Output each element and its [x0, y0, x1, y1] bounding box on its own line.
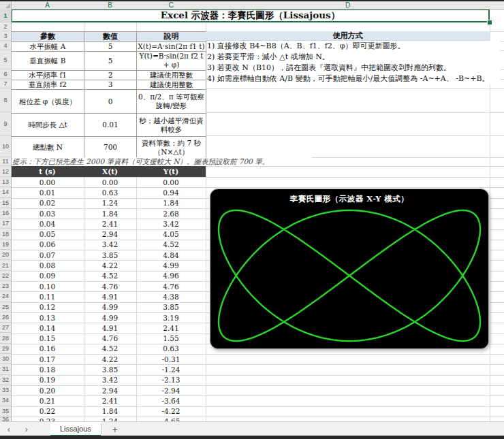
data-cell[interactable]: 0.08	[11, 260, 84, 270]
data-cell[interactable]: 1.24	[84, 417, 136, 421]
param-desc-cell[interactable]: 建議使用整數	[137, 70, 206, 80]
data-cell[interactable]: 4.52	[84, 271, 136, 281]
data-cell[interactable]: 3.85	[136, 302, 206, 312]
param-desc-cell[interactable]: 資料筆數；約 7 秒（N×△t）	[137, 137, 206, 159]
row-header-24[interactable]: 24	[0, 291, 11, 302]
row-header-25[interactable]: 25	[0, 302, 11, 312]
param-value-cell[interactable]: 700	[84, 137, 137, 159]
data-cell[interactable]: 2.68	[136, 208, 206, 218]
data-cell[interactable]: 0.07	[11, 250, 84, 260]
data-cell[interactable]: 4.38	[136, 291, 206, 302]
row-header-22[interactable]: 22	[0, 271, 11, 281]
data-cell[interactable]: 0.20	[11, 385, 84, 395]
tab-lissajous[interactable]: Lissajous	[50, 422, 101, 436]
hint-cell[interactable]: 提示：下方已預先產生 2000 筆資料（可支援較大 N）。圖表預設取前 700 …	[12, 157, 312, 166]
data-cell[interactable]: 4.91	[84, 291, 136, 302]
column-header-B[interactable]: B	[108, 1, 112, 9]
param-desc-cell[interactable]: Y(t)=B·sin(2π f2 t + φ)	[137, 51, 206, 70]
data-cell[interactable]: 4.99	[84, 312, 136, 323]
data-cell[interactable]: 0.19	[11, 375, 84, 385]
data-cell[interactable]: 4.84	[136, 250, 206, 260]
data-cell[interactable]: -4.22	[136, 406, 206, 417]
data-cell[interactable]: 0.18	[11, 364, 84, 374]
param-value-cell[interactable]: 3	[84, 80, 137, 90]
param-name-cell[interactable]: 水平頻率 f1	[12, 70, 84, 80]
param-name-cell[interactable]: 垂直頻率 f2	[12, 80, 84, 90]
column-header-C[interactable]: C	[168, 1, 173, 9]
data-cell[interactable]: 0.06	[11, 240, 84, 250]
row-header-11[interactable]: 11	[0, 157, 11, 166]
data-cell[interactable]: 0.05	[11, 229, 84, 239]
data-cell[interactable]: -2.94	[136, 385, 206, 395]
data-header-cell[interactable]: t (s)	[11, 166, 84, 177]
data-cell[interactable]: 4.96	[136, 271, 206, 281]
usage-line[interactable]: 4) 如需座標軸自動依 A/B 變動，可手動把軸最小/最大值調整為 -A~+A、…	[207, 74, 500, 84]
add-sheet-button[interactable]: +	[101, 422, 129, 436]
row-header-33[interactable]: 33	[0, 385, 11, 395]
row-header-35[interactable]: 35	[0, 406, 11, 417]
data-cell[interactable]: 4.76	[84, 281, 136, 291]
usage-header-cell[interactable]: 使用方式	[206, 31, 490, 41]
data-cell[interactable]: 2.94	[84, 229, 136, 239]
data-cell[interactable]: 0.11	[11, 291, 84, 302]
data-cell[interactable]: -3.64	[136, 395, 206, 406]
data-cell[interactable]: 1.84	[136, 198, 206, 208]
data-cell[interactable]: 2.41	[136, 323, 206, 333]
data-cell[interactable]: 4.05	[136, 229, 206, 239]
data-cell[interactable]: 0.03	[11, 208, 84, 218]
param-value-cell[interactable]: 5	[84, 51, 137, 70]
data-cell[interactable]: 0.00	[84, 177, 136, 187]
data-cell[interactable]: 4.52	[84, 344, 136, 354]
data-cell[interactable]: 0.94	[136, 187, 206, 197]
data-cell[interactable]: 1.84	[84, 406, 136, 417]
data-cell[interactable]: 0.63	[84, 187, 136, 197]
data-cell[interactable]: 0.17	[11, 354, 84, 364]
row-header-4[interactable]: 4	[0, 41, 11, 50]
column-header-bar[interactable]: ABCD	[0, 1, 504, 10]
row-header-32[interactable]: 32	[0, 375, 11, 385]
row-header-9[interactable]: 9	[0, 112, 11, 135]
param-header-cell[interactable]: 說明	[137, 32, 206, 42]
param-desc-cell[interactable]: 0、π/2、π 等可觀察旋轉/變形	[137, 90, 206, 114]
prev-sheet-button[interactable]: ‹	[0, 422, 18, 436]
row-header-2[interactable]: 2	[0, 22, 11, 31]
data-cell[interactable]: 0.21	[11, 395, 84, 406]
param-header-cell[interactable]: 參數	[12, 32, 84, 42]
data-header-cell[interactable]: X(t)	[84, 166, 136, 177]
data-cell[interactable]: 0.15	[11, 333, 84, 343]
next-sheet-button[interactable]: ›	[18, 422, 35, 436]
data-table-header[interactable]: t (s)X(t)Y(t)	[11, 166, 206, 177]
param-name-cell[interactable]: 時間步長 △t	[12, 114, 84, 137]
param-value-cell[interactable]: 0.01	[84, 114, 137, 137]
row-header-3[interactable]: 3	[0, 31, 11, 41]
data-cell[interactable]: 3.85	[84, 250, 136, 260]
row-header-17[interactable]: 17	[0, 218, 11, 229]
data-cell[interactable]: 0.10	[11, 281, 84, 291]
param-desc-cell[interactable]: X(t)=A·sin(2π f1 t)	[137, 42, 206, 51]
data-cell[interactable]: 0.23	[11, 417, 84, 421]
param-value-cell[interactable]: 0	[84, 90, 137, 114]
data-cell[interactable]: 4.99	[136, 260, 206, 270]
data-cell[interactable]: 3.85	[84, 364, 136, 374]
data-cell[interactable]: 4.76	[84, 333, 136, 343]
data-cell[interactable]: 3.42	[84, 375, 136, 385]
data-header-cell[interactable]: Y(t)	[136, 166, 206, 177]
column-header-D[interactable]: D	[345, 1, 350, 9]
row-header-23[interactable]: 23	[0, 281, 11, 291]
data-cell[interactable]: 0.01	[11, 187, 84, 197]
data-cell[interactable]: -0.31	[136, 354, 206, 364]
data-cell[interactable]: 2.94	[84, 385, 136, 395]
row-header-34[interactable]: 34	[0, 395, 11, 406]
row-header-19[interactable]: 19	[0, 240, 11, 250]
data-cell[interactable]: 0.13	[11, 312, 84, 323]
param-name-cell[interactable]: 水平振幅 A	[12, 42, 84, 51]
data-cell[interactable]: 1.55	[136, 333, 206, 343]
data-cell[interactable]: -1.24	[136, 364, 206, 374]
row-header-7[interactable]: 7	[0, 79, 11, 88]
data-cell[interactable]: 2.41	[84, 218, 136, 229]
data-cell[interactable]: 4.22	[84, 260, 136, 270]
param-desc-cell[interactable]: 建議使用整數	[137, 80, 206, 90]
row-header-18[interactable]: 18	[0, 229, 11, 239]
param-name-cell[interactable]: 垂直振幅 B	[12, 51, 84, 70]
data-cell[interactable]: 0.12	[11, 302, 84, 312]
